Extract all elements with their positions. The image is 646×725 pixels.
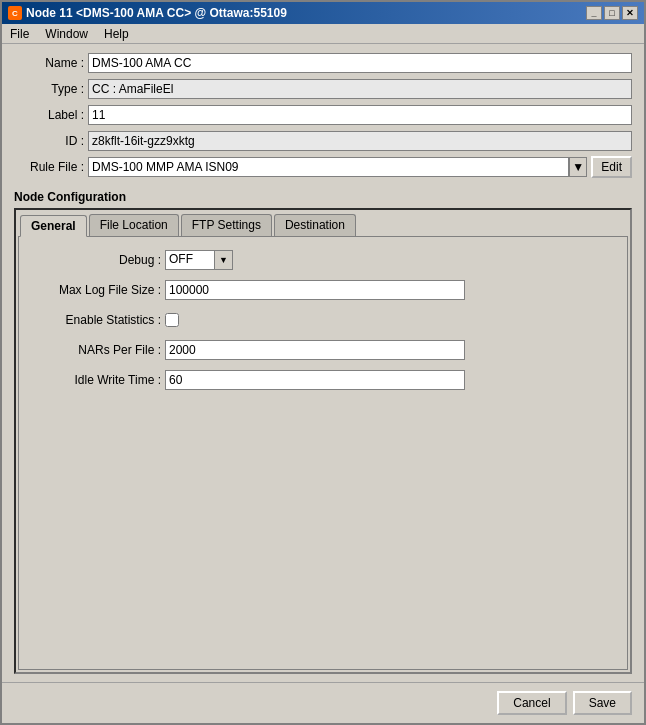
edit-button[interactable]: Edit	[591, 156, 632, 178]
rule-file-row: Rule File : DMS-100 MMP AMA ISN09 ▼ Edit	[14, 156, 632, 178]
label-row: Label :	[14, 104, 632, 126]
tab-content-general: Debug : OFF ▼ Max Log File Size :	[18, 236, 628, 670]
tab-ftp-settings[interactable]: FTP Settings	[181, 214, 272, 236]
window-title: Node 11 <DMS-100 AMA CC> @ Ottawa:55109	[26, 6, 287, 20]
id-row: ID :	[14, 130, 632, 152]
nars-per-file-input[interactable]	[165, 340, 465, 360]
content-area: Name : Type : Label : ID : Rule File : D…	[2, 44, 644, 682]
menu-help[interactable]: Help	[100, 26, 133, 42]
type-row: Type :	[14, 78, 632, 100]
label-label: Label :	[14, 108, 84, 122]
enable-stats-row: Enable Statistics :	[31, 309, 615, 331]
name-row: Name :	[14, 52, 632, 74]
id-input	[88, 131, 632, 151]
enable-stats-label: Enable Statistics :	[31, 313, 161, 327]
max-log-row: Max Log File Size :	[31, 279, 615, 301]
name-input[interactable]	[88, 53, 632, 73]
tab-general[interactable]: General	[20, 215, 87, 237]
menu-file[interactable]: File	[6, 26, 33, 42]
rule-file-dropdown-arrow[interactable]: ▼	[569, 157, 587, 177]
save-button[interactable]: Save	[573, 691, 632, 715]
debug-dropdown-arrow[interactable]: ▼	[215, 250, 233, 270]
name-label: Name :	[14, 56, 84, 70]
menu-bar: File Window Help	[2, 24, 644, 44]
node-config: Node Configuration General File Location…	[14, 190, 632, 674]
close-button[interactable]: ✕	[622, 6, 638, 20]
debug-value: OFF	[165, 250, 215, 270]
type-input	[88, 79, 632, 99]
minimize-button[interactable]: _	[586, 6, 602, 20]
tab-destination[interactable]: Destination	[274, 214, 356, 236]
idle-write-input[interactable]	[165, 370, 465, 390]
title-buttons: _ □ ✕	[586, 6, 638, 20]
maximize-button[interactable]: □	[604, 6, 620, 20]
debug-select[interactable]: OFF ▼	[165, 250, 233, 270]
rule-file-value[interactable]: DMS-100 MMP AMA ISN09	[88, 157, 569, 177]
cancel-button[interactable]: Cancel	[497, 691, 566, 715]
debug-label: Debug :	[31, 253, 161, 267]
type-label: Type :	[14, 82, 84, 96]
max-log-input[interactable]	[165, 280, 465, 300]
rule-file-text: DMS-100 MMP AMA ISN09	[92, 160, 239, 174]
label-input[interactable]	[88, 105, 632, 125]
main-window: C Node 11 <DMS-100 AMA CC> @ Ottawa:5510…	[0, 0, 646, 725]
menu-window[interactable]: Window	[41, 26, 92, 42]
bottom-bar: Cancel Save	[2, 682, 644, 723]
enable-stats-checkbox[interactable]	[165, 313, 179, 327]
title-bar: C Node 11 <DMS-100 AMA CC> @ Ottawa:5510…	[2, 2, 644, 24]
tabs: General File Location FTP Settings Desti…	[16, 210, 630, 236]
tab-container: General File Location FTP Settings Desti…	[14, 208, 632, 674]
idle-write-row: Idle Write Time :	[31, 369, 615, 391]
title-bar-left: C Node 11 <DMS-100 AMA CC> @ Ottawa:5510…	[8, 6, 287, 20]
id-label: ID :	[14, 134, 84, 148]
node-config-title: Node Configuration	[14, 190, 632, 204]
tab-file-location[interactable]: File Location	[89, 214, 179, 236]
rule-file-label: Rule File :	[14, 160, 84, 174]
nars-per-file-label: NARs Per File :	[31, 343, 161, 357]
debug-row: Debug : OFF ▼	[31, 249, 615, 271]
nars-per-file-row: NARs Per File :	[31, 339, 615, 361]
idle-write-label: Idle Write Time :	[31, 373, 161, 387]
max-log-label: Max Log File Size :	[31, 283, 161, 297]
app-icon: C	[8, 6, 22, 20]
